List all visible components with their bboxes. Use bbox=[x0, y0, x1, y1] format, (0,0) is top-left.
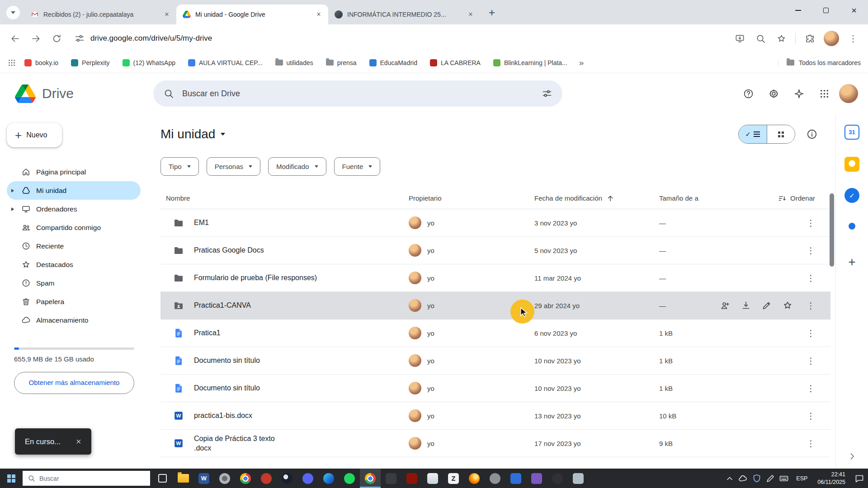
security-icon[interactable] bbox=[751, 473, 762, 484]
contacts-icon[interactable] bbox=[849, 223, 855, 230]
action-center-icon[interactable] bbox=[853, 473, 866, 484]
file-row[interactable]: Documento sin títuloyo10 nov 2023 yo1 kB… bbox=[160, 375, 830, 402]
more-options-icon[interactable]: ⋮ bbox=[807, 219, 815, 227]
grid-view-button[interactable] bbox=[767, 125, 795, 143]
chrome-active-icon[interactable] bbox=[360, 469, 381, 488]
search-icon[interactable] bbox=[163, 88, 174, 99]
sidebar-item-ordenadores[interactable]: Ordenadores bbox=[7, 200, 141, 218]
list-view-button[interactable]: ✓ bbox=[739, 125, 767, 143]
chrome-icon[interactable] bbox=[235, 469, 256, 488]
tab-search-button[interactable] bbox=[6, 6, 20, 19]
edge-icon[interactable] bbox=[318, 469, 339, 488]
sidebar-item-compartido-conmigo[interactable]: Compartido conmigo bbox=[7, 218, 141, 237]
hide-side-panel-icon[interactable] bbox=[847, 451, 857, 461]
expand-caret-icon[interactable] bbox=[11, 207, 16, 211]
more-options-icon[interactable]: ⋮ bbox=[807, 246, 815, 255]
photoshop-icon[interactable] bbox=[526, 469, 547, 488]
get-addons-button[interactable]: + bbox=[848, 256, 855, 268]
bookmark-12-whatsapp[interactable]: (12) WhatsApp bbox=[123, 59, 175, 66]
filter-chip-fuente[interactable]: Fuente bbox=[334, 157, 381, 176]
file-row[interactable]: Practica1-CANVAyo29 abr 2024 yo—⋮ bbox=[160, 292, 830, 319]
tasks-icon[interactable]: ✓ bbox=[844, 188, 859, 203]
app-icon-silver[interactable] bbox=[568, 469, 589, 488]
more-options-icon[interactable]: ⋮ bbox=[807, 357, 815, 365]
acrobat-icon[interactable] bbox=[401, 469, 422, 488]
share-icon[interactable] bbox=[720, 300, 731, 311]
file-row[interactable]: EM1yo3 nov 2023 yo—⋮ bbox=[160, 209, 830, 237]
sort-control[interactable]: Ordenar bbox=[769, 194, 830, 203]
address-bar[interactable]: drive.google.com/drive/u/5/my-drive bbox=[68, 28, 728, 48]
column-header-size[interactable]: Tamaño de a bbox=[659, 194, 769, 202]
get-more-storage-button[interactable]: Obtener más almacenamiento bbox=[14, 372, 134, 394]
taskbar-search[interactable] bbox=[23, 471, 150, 486]
filter-chip-tipo[interactable]: Tipo bbox=[160, 157, 199, 176]
apps-shortcut-icon[interactable] bbox=[7, 58, 16, 67]
file-row[interactable]: Formulario de prueba (File responses)yo1… bbox=[160, 264, 830, 292]
task-view-icon[interactable] bbox=[152, 469, 173, 488]
profile-avatar[interactable] bbox=[824, 31, 839, 46]
onenote-icon[interactable] bbox=[505, 469, 526, 488]
bookmark-utilidades[interactable]: utilidades bbox=[275, 59, 313, 66]
bookmark-educamadrid[interactable]: EducaMadrid bbox=[369, 59, 418, 66]
bookmark-perplexity[interactable]: Perplexity bbox=[71, 59, 109, 66]
app-icon-gray[interactable] bbox=[485, 469, 505, 488]
drive-logo[interactable]: Drive bbox=[15, 84, 153, 103]
drive-search-bar[interactable] bbox=[153, 80, 562, 107]
photos-app-icon[interactable] bbox=[256, 469, 277, 488]
window-maximize-button[interactable] bbox=[812, 0, 840, 21]
sidebar-item-destacados[interactable]: Destacados bbox=[7, 255, 141, 274]
account-avatar[interactable] bbox=[839, 84, 858, 103]
sidebar-item-spam[interactable]: Spam bbox=[7, 274, 141, 292]
obs-icon[interactable] bbox=[547, 469, 568, 488]
new-button[interactable]: + Nuevo bbox=[7, 123, 62, 147]
app-icon-dark[interactable] bbox=[381, 469, 401, 488]
rename-icon[interactable] bbox=[761, 300, 772, 311]
all-bookmarks-button[interactable]: Todos los marcadores bbox=[778, 59, 861, 66]
google-apps-button[interactable] bbox=[814, 83, 835, 104]
sidebar-item-papelera[interactable]: Papelera bbox=[7, 292, 141, 311]
reload-button[interactable] bbox=[47, 29, 66, 48]
column-header-name[interactable]: Nombre bbox=[166, 194, 409, 202]
zotero-icon[interactable] bbox=[443, 469, 464, 488]
sort-ascending-icon[interactable] bbox=[606, 194, 615, 203]
advanced-search-icon[interactable] bbox=[542, 88, 552, 99]
tab-close-icon[interactable]: × bbox=[466, 9, 476, 19]
filter-chip-personas[interactable]: Personas bbox=[207, 157, 260, 176]
touch-keyboard-icon[interactable] bbox=[778, 473, 789, 484]
tab-close-icon[interactable]: × bbox=[314, 9, 324, 19]
more-options-icon[interactable]: ⋮ bbox=[807, 412, 815, 420]
bookmarks-overflow-icon[interactable]: » bbox=[579, 58, 584, 68]
scrollbar-thumb[interactable] bbox=[830, 193, 834, 267]
settings-app-icon[interactable] bbox=[214, 469, 235, 488]
column-header-owner[interactable]: Propietario bbox=[409, 194, 534, 202]
file-row[interactable]: Wpractica1-bis.docxyo13 nov 2023 yo10 kB… bbox=[160, 402, 830, 430]
more-options-icon[interactable]: ⋮ bbox=[807, 384, 815, 393]
language-indicator[interactable]: ESP bbox=[796, 475, 807, 482]
spotify-icon[interactable] bbox=[339, 469, 360, 488]
window-close-button[interactable]: × bbox=[840, 0, 868, 21]
word-icon[interactable] bbox=[193, 469, 214, 488]
expand-caret-icon[interactable] bbox=[11, 188, 16, 193]
settings-button[interactable] bbox=[763, 83, 784, 104]
file-explorer-icon[interactable] bbox=[173, 469, 193, 488]
back-button[interactable] bbox=[5, 29, 24, 48]
more-options-icon[interactable]: ⋮ bbox=[807, 301, 815, 310]
forward-button[interactable] bbox=[26, 29, 45, 48]
new-tab-button[interactable]: + bbox=[485, 5, 499, 20]
sidebar-item-reciente[interactable]: Reciente bbox=[7, 237, 141, 255]
onedrive-icon[interactable] bbox=[738, 473, 749, 484]
window-minimize-button[interactable] bbox=[784, 0, 812, 21]
sidebar-item-mi-unidad[interactable]: Mi unidad bbox=[7, 181, 141, 200]
steam-icon[interactable] bbox=[277, 469, 297, 488]
more-options-icon[interactable]: ⋮ bbox=[807, 439, 815, 448]
gemini-button[interactable] bbox=[788, 83, 809, 104]
tab-close-icon[interactable]: × bbox=[162, 9, 172, 19]
bookmark-aula-virtual-cep[interactable]: AULA VIRTUAL CEP... bbox=[188, 59, 263, 66]
page-title[interactable]: Mi unidad bbox=[160, 126, 225, 143]
details-button[interactable] bbox=[806, 128, 818, 140]
more-options-icon[interactable]: ⋮ bbox=[807, 329, 815, 338]
clock[interactable]: 22:41 06/11/2025 bbox=[817, 471, 845, 486]
bookmark-la-cabrera[interactable]: LA CABRERA bbox=[430, 59, 481, 66]
help-button[interactable] bbox=[738, 83, 759, 104]
browser-menu-button[interactable]: ⋮ bbox=[844, 29, 863, 48]
